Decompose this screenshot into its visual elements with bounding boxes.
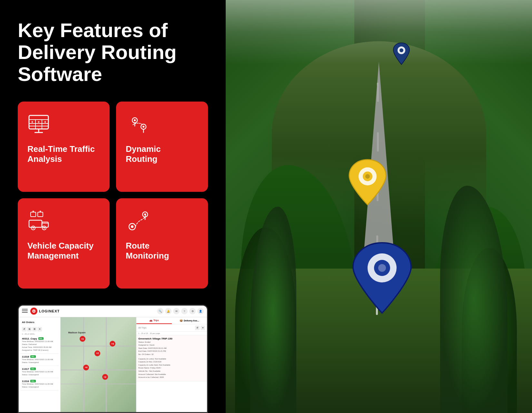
db-body: All Orders ↺ ⧉ ⚙ ≡ 1 - 25 of 1000+ 40312… — [19, 317, 207, 412]
location-pin-small-navy — [392, 41, 411, 68]
vehicle-capacity-icon — [27, 211, 53, 233]
settings-icon[interactable]: ⚙ — [189, 308, 196, 314]
feature-title-vehicle: Vehicle CapacityManagement — [27, 241, 94, 261]
aerial-background — [226, 0, 532, 413]
svg-point-9 — [134, 119, 136, 121]
svg-point-24 — [144, 213, 146, 215]
route-monitoring-icon — [126, 211, 152, 233]
filter-icon[interactable]: ≡ — [37, 327, 42, 331]
trips-pagination: 1 - 25 of 25 25 per page — [136, 332, 207, 335]
trip-details: Status: Ended Assigned to: Gavin Start D… — [138, 341, 205, 379]
dashboard-preview: LOGINEXT 🔍 🔔 ✉ ? ⚙ 👤 All Orders ↺ — [18, 305, 208, 413]
db-orders-sidebar: All Orders ↺ ⧉ ⚙ ≡ 1 - 25 of 1000+ 40312… — [19, 317, 61, 412]
svg-point-33 — [378, 264, 386, 272]
svg-point-11 — [143, 126, 144, 128]
order-badge-1: DGL — [38, 337, 44, 340]
trips-filter-icon[interactable]: ≡ — [201, 326, 205, 330]
features-grid: Real-Time TrafficAnalysis DynamicRouting — [18, 102, 208, 289]
tab-delivery-ass[interactable]: 📦 Delivery Ass... — [172, 317, 207, 324]
feature-card-monitoring: RouteMonitoring — [116, 198, 208, 289]
trips-tabs: 🚗 Trips 📦 Delivery Ass... — [136, 317, 207, 324]
orders-pagination: 1 - 25 of 1000+ — [20, 332, 59, 336]
settings-small-icon[interactable]: ⚙ — [32, 327, 37, 331]
svg-point-18 — [33, 227, 34, 229]
trip-card-1: Greenwich Village-TRIP-150 Status: Ended… — [136, 335, 207, 381]
db-logo: LOGINEXT — [30, 308, 60, 315]
db-logo-text: LOGINEXT — [39, 309, 60, 313]
svg-rect-14 — [29, 220, 42, 227]
svg-rect-12 — [31, 212, 36, 217]
db-trips-panel: 🚗 Trips 📦 Delivery Ass... All Trips ↺ ≡ — [136, 317, 207, 412]
order-detail-1: Time Window: 04/03/2023 11:00 AM Status:… — [22, 340, 57, 352]
right-panel-aerial — [226, 0, 532, 413]
svg-point-20 — [44, 227, 45, 229]
order-detail-4: Time Window: 04/07/2023 11:00 AM Status:… — [22, 383, 57, 388]
user-icon[interactable]: 👤 — [197, 308, 204, 314]
location-pin-large-navy — [350, 240, 414, 318]
feature-card-traffic: Real-Time TrafficAnalysis — [18, 102, 110, 192]
page-title: Key Features of Delivery Routing Softwar… — [18, 19, 208, 85]
fog-overlay — [226, 0, 532, 64]
db-map-area: +3 +2 +4 +2 +4 Madison Square — [61, 317, 136, 412]
order-number-2: 11318 DGL — [22, 355, 57, 358]
order-item-3: 11317 DGL Time Window: 04/07/2023 11:00 … — [20, 366, 59, 378]
db-topbar: LOGINEXT 🔍 🔔 ✉ ? ⚙ 👤 — [19, 306, 207, 317]
bell-icon[interactable]: 🔔 — [165, 308, 172, 314]
order-item-4: 11316 DGL Time Window: 04/07/2023 11:00 … — [20, 378, 59, 390]
trips-refresh-icon[interactable]: ↺ — [195, 326, 200, 330]
tab-trips[interactable]: 🚗 Trips — [136, 317, 172, 324]
feature-title-monitoring: RouteMonitoring — [126, 241, 169, 261]
trips-subheader: All Trips ↺ ≡ — [136, 324, 207, 332]
svg-point-30 — [365, 174, 370, 179]
svg-rect-13 — [38, 212, 43, 217]
order-number-3: 11317 DGL — [22, 368, 57, 370]
feature-card-vehicle: Vehicle CapacityManagement — [18, 198, 110, 289]
order-badge-2: DGL — [30, 355, 36, 358]
feature-card-routing: DynamicRouting — [116, 102, 208, 192]
order-badge-3: DGL — [30, 368, 36, 370]
copy-icon[interactable]: ⧉ — [27, 327, 32, 331]
loginext-logo-icon — [30, 308, 37, 315]
dynamic-routing-icon — [126, 114, 152, 136]
order-item-1: 40312_Copy DGL Time Window: 04/03/2023 1… — [20, 336, 59, 354]
location-pin-yellow — [347, 157, 389, 210]
feature-title-traffic: Real-Time TrafficAnalysis — [27, 144, 95, 164]
trip-name: Greenwich Village-TRIP-150 — [138, 337, 205, 340]
sidebar-controls: ↺ ⧉ ⚙ ≡ — [20, 326, 59, 332]
order-detail-3: Time Window: 04/07/2023 11:00 AM Status:… — [22, 370, 57, 376]
search-icon[interactable]: 🔍 — [157, 308, 163, 314]
left-panel: Key Features of Delivery Routing Softwar… — [0, 0, 226, 413]
all-orders-label: All Orders — [20, 320, 59, 325]
order-item-2: 11318 DGL Time Window: 04/07/2023 11:00 … — [20, 354, 59, 366]
order-badge-4: DGL — [30, 380, 36, 382]
map-background: +3 +2 +4 +2 +4 Madison Square — [61, 317, 136, 412]
svg-point-22 — [131, 225, 133, 228]
hamburger-icon[interactable] — [22, 309, 28, 313]
traffic-analysis-icon — [27, 114, 53, 136]
order-number-4: 11316 DGL — [22, 380, 57, 383]
order-detail-2: Time Window: 04/07/2023 11:00 AM Status:… — [22, 358, 57, 364]
feature-title-routing: DynamicRouting — [126, 144, 161, 164]
svg-point-27 — [399, 48, 403, 52]
refresh-icon[interactable]: ↺ — [22, 327, 26, 331]
help-icon[interactable]: ? — [181, 308, 188, 314]
mail-icon[interactable]: ✉ — [173, 308, 180, 314]
order-number-1: 40312_Copy DGL — [22, 337, 57, 340]
db-topbar-right: 🔍 🔔 ✉ ? ⚙ 👤 — [157, 308, 204, 314]
